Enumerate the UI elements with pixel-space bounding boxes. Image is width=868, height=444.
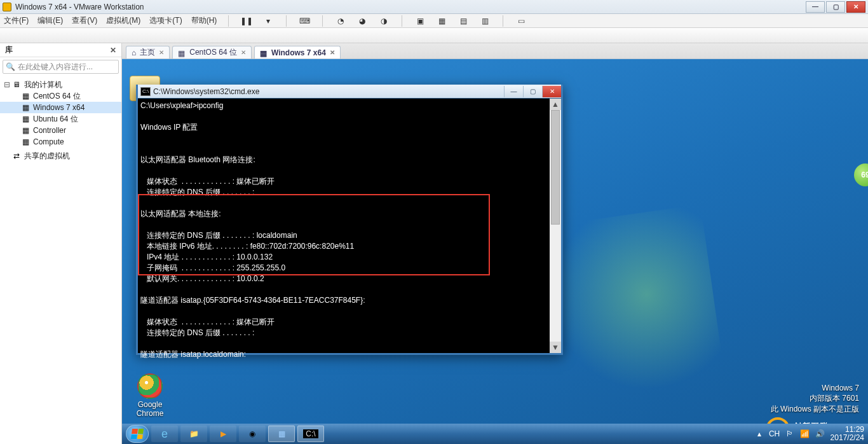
tray-volume-icon[interactable]: 🔊 (815, 429, 825, 439)
menu-tabs[interactable]: 选项卡(T) (149, 15, 182, 26)
toolbar-spacer (0, 28, 868, 43)
windows-logo-icon (131, 429, 144, 439)
guest-taskbar: e 📁 ▶ ◉ ▦ C:\ ▴ CH 🏳 📶 🔊 11:29 2017/2/24 (122, 424, 868, 444)
computer-icon: 🖥 (11, 80, 22, 89)
system-tray: ▴ CH 🏳 📶 🔊 11:29 2017/2/24 (754, 426, 864, 442)
vm-icon: ▦ (178, 49, 186, 57)
tray-expand-icon[interactable]: ▴ (754, 429, 764, 439)
search-placeholder: 在此处键入内容进行... (18, 62, 93, 73)
tree-shared-vms[interactable]: ⇄ 共享的虚拟机 (0, 150, 121, 162)
folder-icon: 📁 (189, 429, 199, 438)
tab-close-icon[interactable]: ✕ (330, 49, 335, 56)
vm-icon: ▦ (260, 49, 268, 57)
scroll-down-icon[interactable]: ▼ (550, 342, 561, 353)
host-title: Windows 7 x64 - VMware Workstation (15, 3, 144, 11)
unity-icon[interactable]: ▦ (435, 15, 448, 27)
green-badge: 69 (854, 163, 868, 186)
collapse-icon[interactable]: ⊟ (3, 80, 11, 89)
host-minimize-button[interactable]: — (806, 1, 825, 13)
desktop-icon-chrome[interactable]: Google Chrome (130, 373, 170, 418)
menu-view[interactable]: 查看(V) (72, 15, 97, 26)
cmd-titlebar[interactable]: C:\ C:\Windows\system32\cmd.exe — ▢ ✕ (138, 85, 561, 99)
content-area: ⌂ 主页 ✕ ▦ CentOS 64 位 ✕ ▦ Windows 7 x64 ✕… (122, 43, 868, 444)
taskbar-mediaplayer[interactable]: ▶ (210, 426, 236, 442)
host-titlebar: Windows 7 x64 - VMware Workstation — ▢ ✕ (0, 0, 868, 14)
vm-tree: ⊟ 🖥 我的计算机 ▦ CentOS 64 位 ▦ Windows 7 x64 … (0, 76, 121, 164)
cmd-close-button[interactable]: ✕ (542, 86, 561, 97)
menu-edit[interactable]: 编辑(E) (37, 15, 63, 26)
multi-monitor-icon[interactable]: ▤ (457, 15, 470, 27)
vmware-icon (3, 3, 11, 11)
cmd-output[interactable]: C:\Users\xpleaf>ipconfig Windows IP 配置 以… (138, 99, 561, 353)
lang-indicator[interactable]: CH (770, 429, 780, 439)
scroll-up-icon[interactable]: ▲ (550, 99, 561, 110)
pause-button[interactable]: ❚❚ (240, 15, 253, 27)
library-toggle-icon[interactable]: ▭ (515, 15, 527, 27)
cmd-title-text: C:\Windows\system32\cmd.exe (153, 87, 504, 96)
ie-icon: e (161, 427, 168, 441)
toolbar-dropdown-icon[interactable]: ▾ (262, 15, 275, 27)
thumbnail-icon[interactable]: ▥ (478, 15, 491, 27)
cmd-taskbar-icon: C:\ (303, 429, 318, 438)
taskbar-chrome[interactable]: ◉ (239, 426, 266, 442)
chrome-icon (137, 373, 163, 399)
menu-vm[interactable]: 虚拟机(M) (106, 15, 140, 26)
tree-item-controller[interactable]: ▦ Controller (0, 125, 121, 136)
cmd-maximize-button[interactable]: ▢ (523, 86, 542, 97)
vm-icon: ▦ (20, 92, 31, 101)
menu-separator (228, 15, 229, 27)
cmd-scrollbar[interactable]: ▲ ▼ (550, 99, 561, 353)
tab-close-icon[interactable]: ✕ (241, 49, 246, 56)
send-ctrl-alt-del-icon[interactable]: ⌨ (298, 15, 311, 27)
taskbar-app1[interactable]: ▦ (268, 426, 295, 442)
cmd-window[interactable]: C:\ C:\Windows\system32\cmd.exe — ▢ ✕ C:… (136, 85, 563, 355)
tray-clock[interactable]: 11:29 2017/2/24 (831, 426, 864, 442)
tree-item-ubuntu[interactable]: ▦ Ubuntu 64 位 (0, 113, 121, 125)
taskbar-cmd[interactable]: C:\ (297, 426, 324, 442)
home-icon: ⌂ (132, 48, 136, 57)
sidebar-title: 库 (5, 45, 13, 55)
taskbar-ie[interactable]: e (151, 426, 178, 442)
tab-centos[interactable]: ▦ CentOS 64 位 ✕ (172, 46, 252, 59)
tab-windows7[interactable]: ▦ Windows 7 x64 ✕ (254, 46, 341, 59)
tree-root-my-computer[interactable]: ⊟ 🖥 我的计算机 (0, 79, 121, 90)
taskbar-explorer[interactable]: 📁 (180, 426, 207, 442)
sidebar-close-button[interactable]: ✕ (110, 46, 116, 55)
snapshot-icon[interactable]: ◔ (334, 15, 347, 27)
tree-item-centos[interactable]: ▦ CentOS 64 位 (0, 90, 121, 102)
tree-item-windows7[interactable]: ▦ Windows 7 x64 (0, 102, 121, 113)
host-maximize-button[interactable]: ▢ (826, 1, 845, 13)
vm-tabs: ⌂ 主页 ✕ ▦ CentOS 64 位 ✕ ▦ Windows 7 x64 ✕ (122, 43, 868, 59)
desktop-icon-label: Google Chrome (130, 400, 170, 418)
app-icon: ▦ (278, 429, 285, 438)
chrome-icon: ◉ (249, 429, 255, 438)
vm-icon: ▦ (20, 137, 31, 146)
snapshot-manage-icon[interactable]: ◑ (377, 15, 390, 27)
tray-flag-icon[interactable]: 🏳 (785, 429, 795, 439)
windows-activation-text: Windows 7 内部版本 7601 此 Windows 副本不是正版 (771, 383, 859, 415)
media-icon: ▶ (220, 429, 226, 438)
menu-help[interactable]: 帮助(H) (191, 15, 217, 26)
vm-icon: ▦ (20, 126, 31, 135)
tree-item-compute[interactable]: ▦ Compute (0, 136, 121, 148)
shared-icon: ⇄ (11, 151, 22, 160)
tray-network-icon[interactable]: 📶 (800, 429, 810, 439)
sidebar-search-input[interactable]: 🔍 在此处键入内容进行... (3, 60, 119, 74)
fullscreen-icon[interactable]: ▣ (414, 15, 426, 27)
vm-icon: ▦ (20, 114, 31, 123)
tab-home[interactable]: ⌂ 主页 ✕ (126, 46, 170, 59)
cmd-icon: C:\ (140, 87, 151, 96)
scroll-thumb[interactable] (551, 110, 560, 225)
snapshot-revert-icon[interactable]: ◕ (356, 15, 369, 27)
guest-desktop[interactable]: C:\ C:\Windows\system32\cmd.exe — ▢ ✕ C:… (122, 59, 868, 444)
cmd-minimize-button[interactable]: — (504, 86, 523, 97)
wallpaper-swirl (537, 204, 729, 429)
host-close-button[interactable]: ✕ (846, 1, 865, 13)
search-icon: 🔍 (6, 62, 15, 71)
library-sidebar: 库 ✕ 🔍 在此处键入内容进行... ⊟ 🖥 我的计算机 ▦ CentOS 64… (0, 43, 122, 444)
tab-close-icon[interactable]: ✕ (159, 49, 164, 56)
start-button[interactable] (126, 425, 149, 443)
vm-icon: ▦ (20, 103, 31, 112)
menu-file[interactable]: 文件(F) (4, 15, 29, 26)
menu-bar: 文件(F) 编辑(E) 查看(V) 虚拟机(M) 选项卡(T) 帮助(H) ❚❚… (0, 14, 868, 28)
